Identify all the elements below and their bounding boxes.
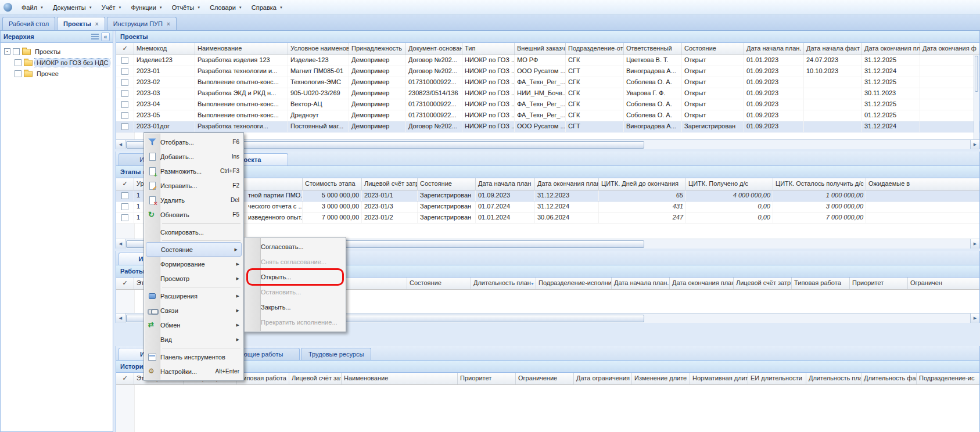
checkbox[interactable] [13, 48, 20, 55]
projects-vscrollbar[interactable] [974, 55, 979, 139]
row-checkbox[interactable] [121, 214, 128, 221]
checkbox[interactable] [15, 59, 21, 66]
column-header[interactable]: Приоритет [458, 373, 516, 384]
table-row[interactable]: 1тной партии ПМО...5 000 000,002023-01/1… [116, 190, 979, 201]
menubar-item[interactable]: Учёт▼ [97, 2, 127, 13]
column-header[interactable]: Подразделение-от [566, 43, 624, 55]
column-header[interactable]: Лицевой счёт затрат [362, 178, 418, 190]
menu-item-exchange[interactable]: Обмен▶ [145, 318, 243, 332]
column-header[interactable]: Состояние [407, 278, 471, 289]
table-row[interactable]: 2023-05Выполнение опытно-конс...Дредноут… [116, 110, 979, 121]
column-header[interactable]: Подразделение-ис [917, 373, 979, 384]
table-row[interactable]: 2023-03Разработка ЭКД и РКД н...905-U020… [116, 88, 979, 99]
column-header[interactable]: Дата окончания пл [862, 43, 920, 55]
table-row[interactable]: 1ческого отчета с ...3 000 000,002023-01… [116, 201, 979, 213]
menu-item-refresh[interactable]: ОбновитьF5 [145, 207, 243, 222]
menubar-item[interactable]: Отчёты▼ [167, 2, 205, 13]
tree-node[interactable]: Прочее [2, 68, 112, 79]
row-checkbox[interactable] [121, 123, 128, 130]
column-header[interactable]: Мнемокод [134, 43, 195, 55]
menu-item-open[interactable]: Открыть... [245, 269, 345, 285]
column-header[interactable]: Длительность фак [861, 373, 917, 384]
column-header[interactable]: Стоимость этапа [303, 178, 362, 190]
table-row[interactable]: 2023-04Выполнение опытно-конс...Вектор-А… [116, 99, 979, 110]
collapse-icon[interactable]: - [4, 48, 10, 55]
menu-item-copy[interactable]: Скопировать... [145, 225, 243, 239]
menubar-item[interactable]: Справка▼ [247, 2, 288, 13]
column-header[interactable]: Дата начала факт [804, 43, 862, 55]
column-header[interactable]: Длительность пла [806, 373, 861, 384]
column-header[interactable]: Принадлежность [349, 43, 406, 55]
row-checkbox[interactable] [121, 79, 128, 86]
tree-node[interactable]: НИОКР по ГОЗ без НДС [2, 57, 112, 68]
column-header[interactable]: ЦИТК. Получено д/с [686, 178, 773, 190]
menu-item-settings[interactable]: Настройки...Alt+Enter [145, 364, 243, 379]
row-checkbox[interactable] [121, 203, 128, 210]
scroll-right-button[interactable]: ▶ [970, 140, 979, 149]
close-icon[interactable]: × [95, 21, 99, 27]
column-header[interactable]: Подразделение-исполнитель. [536, 278, 612, 289]
column-header[interactable]: Длительность план▼ [471, 278, 536, 289]
column-header[interactable]: ЕИ длительности [748, 373, 806, 384]
row-checkbox[interactable] [121, 68, 128, 75]
column-header[interactable]: Ограничение [516, 373, 574, 384]
column-header[interactable]: Лицевой счёт затр [289, 373, 342, 384]
scroll-left-button[interactable]: ◀ [116, 314, 125, 323]
column-header[interactable]: Приоритет [850, 278, 908, 289]
column-header[interactable]: Внешний заказчик [515, 43, 566, 55]
column-header[interactable]: Условное наименова [288, 43, 349, 55]
column-header[interactable]: ✓ [116, 373, 134, 384]
column-header[interactable]: Состояние [418, 178, 476, 190]
column-header[interactable]: Состояние [682, 43, 744, 55]
menu-item-approve[interactable]: Согласовать... [245, 239, 345, 254]
menu-item-view[interactable]: Вид▶ [145, 332, 243, 347]
tab[interactable]: Инструкции ПУП× [107, 17, 177, 30]
menu-item-duplicate[interactable]: Размножить...Ctrl+F3 [145, 164, 243, 178]
table-row[interactable]: 2023-01Разработка технологии и...Магнит … [116, 66, 979, 77]
row-checkbox[interactable] [121, 192, 128, 199]
checkbox[interactable] [15, 70, 21, 77]
table-row[interactable]: Изделие123Разработка изделия 123Изделие-… [116, 55, 979, 66]
column-menu-icon[interactable]: ▼ [530, 282, 534, 286]
menu-item-delete[interactable]: УдалитьDel [145, 193, 243, 207]
menubar-item[interactable]: Словари▼ [205, 2, 247, 13]
column-header[interactable]: Дата окончания план [670, 278, 734, 289]
menu-item-filter[interactable]: Отобрать...F6 [145, 135, 243, 149]
table-row[interactable]: 2023-01догРазработка технологи...Постоян… [116, 121, 979, 132]
table-row[interactable]: 1изведенного опыт...7 000 000,002023-01/… [116, 213, 979, 224]
menubar-item[interactable]: Документы▼ [48, 2, 97, 13]
menubar-item[interactable]: Функции▼ [126, 2, 167, 13]
row-checkbox[interactable] [121, 112, 128, 119]
row-checkbox[interactable] [121, 101, 128, 108]
row-checkbox[interactable] [121, 57, 128, 64]
tab[interactable]: Трудовые ресурсы [301, 348, 371, 360]
column-header[interactable]: Ожидаемые в [866, 178, 979, 190]
scroll-left-button[interactable]: ◀ [116, 140, 125, 149]
column-header[interactable]: Документ-основан [406, 43, 462, 55]
column-header[interactable]: Ответственный [624, 43, 682, 55]
column-header[interactable]: ✓ [116, 278, 134, 289]
column-header[interactable]: Типовая работа [237, 373, 289, 384]
menubar-item[interactable]: Файл▼ [17, 2, 48, 13]
column-header[interactable]: Нормативная длит [690, 373, 748, 384]
table-row[interactable]: 2023-02Выполнение опытно-конс...Технолог… [116, 77, 979, 88]
close-icon[interactable]: × [167, 21, 170, 27]
column-header[interactable]: Тип [462, 43, 515, 55]
column-header[interactable]: Дата начала план [476, 178, 535, 190]
menu-item-extensions[interactable]: Расширения▶ [145, 289, 243, 303]
menu-item-relations[interactable]: Связи▶ [145, 303, 243, 318]
column-header[interactable]: Дата ограничения [574, 373, 632, 384]
collapse-panel-button[interactable]: « [101, 33, 110, 41]
tree-node[interactable]: -Проекты [2, 46, 112, 57]
column-header[interactable]: Ограничен [908, 278, 979, 289]
column-header[interactable]: ✓ [116, 43, 134, 55]
projects-hscrollbar[interactable]: ◀ ▶ [116, 139, 979, 149]
column-header[interactable]: Изменение длите [632, 373, 690, 384]
column-header[interactable]: ЦИТК. Дней до окончания [599, 178, 686, 190]
column-header[interactable]: Дата начала план. [612, 278, 670, 289]
menu-item-close[interactable]: Закрыть... [245, 300, 345, 315]
column-header[interactable]: Дата окончания ф [920, 43, 979, 55]
row-checkbox[interactable] [121, 90, 128, 97]
column-header[interactable]: Наименование [342, 373, 458, 384]
column-header[interactable]: ЦИТК. Осталось получить д/с [773, 178, 866, 190]
